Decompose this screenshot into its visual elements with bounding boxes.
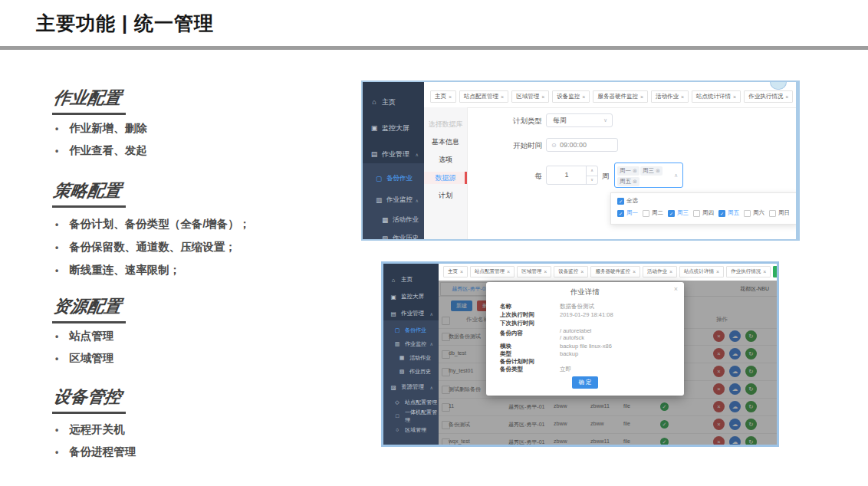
close-tab-icon[interactable]: × [507, 269, 510, 274]
chevron-up-icon: ∧ [416, 152, 419, 157]
field-value: / autofsck [560, 334, 584, 341]
weekday-option[interactable]: 周二 [643, 209, 668, 217]
sidebar-item-label: 作业历史 [409, 368, 431, 376]
field-label: 上次执行时间 [500, 311, 534, 319]
tab-active-jobs[interactable]: 活动作业× [651, 90, 689, 103]
checkbox-icon[interactable] [643, 210, 649, 217]
weekday-multiselect[interactable]: 周一⊗ 周三⊗ 周五⊗ ∧ [614, 163, 683, 188]
tab-region[interactable]: 区域管理× [511, 90, 549, 103]
sidebar-item-dashboard[interactable]: ▣监控大屏 [383, 290, 439, 304]
close-tab-icon[interactable]: × [449, 94, 452, 100]
page-title: 主要功能 | 统一管理 [36, 11, 214, 36]
close-tab-icon[interactable]: × [785, 94, 788, 100]
tab-site-stats[interactable]: 站点统计详情× [692, 90, 741, 103]
job-monitor-icon: ▥ [375, 196, 383, 204]
close-tab-icon[interactable]: × [763, 269, 766, 274]
checkbox-icon[interactable] [744, 210, 751, 217]
close-tab-icon[interactable]: × [640, 94, 643, 100]
sidebar-item-job-management[interactable]: ▤作业管理∧ [363, 146, 424, 162]
close-tab-icon[interactable]: × [541, 94, 544, 100]
close-tab-icon[interactable]: × [580, 269, 584, 274]
close-tab-icon[interactable]: × [460, 269, 463, 274]
stepper-down-icon[interactable]: ∨ [586, 176, 597, 184]
close-tab-icon[interactable]: × [681, 94, 684, 100]
remove-tag-icon[interactable]: ⊗ [633, 168, 637, 174]
bullet-dot: • [55, 219, 58, 230]
tab-job-exec[interactable]: 作业执行情况× [726, 266, 771, 277]
tab-backup-jobs[interactable]: 备份作业× [796, 90, 800, 103]
sidebar-item-active-jobs[interactable]: ▦活动作业 [383, 351, 439, 364]
checkbox-icon[interactable]: ✓ [718, 210, 725, 217]
close-tab-icon[interactable]: × [501, 94, 504, 100]
step-options[interactable]: 选项 [424, 153, 467, 166]
sidebar-item-appliance-config[interactable]: □一体机配置管理 [383, 409, 439, 422]
close-tab-icon[interactable]: × [633, 269, 636, 274]
tab-site-config[interactable]: 站点配置管理× [470, 266, 515, 277]
weekday-option[interactable]: ✓周三 [668, 209, 693, 217]
tab-site-config[interactable]: 站点配置管理× [459, 90, 508, 103]
sidebar-item-label: 监控大屏 [382, 123, 409, 133]
weekday-option[interactable]: 周日 [769, 209, 794, 217]
sidebar-item-job-management[interactable]: ▤作业管理∧ [383, 307, 439, 320]
tab-device-monitor[interactable]: 设备监控× [554, 266, 588, 277]
tab-home[interactable]: 主页× [443, 266, 468, 277]
remove-tag-icon[interactable]: ⊗ [633, 179, 637, 185]
modal-title: 作业详情 [486, 287, 684, 297]
tab-active-jobs[interactable]: 活动作业× [643, 266, 677, 277]
tab-backup-jobs-active[interactable]: ●备份作业× [773, 266, 779, 277]
ok-button[interactable]: 确 定 [572, 376, 598, 389]
sidebar-item-region-management[interactable]: ○区域管理 [383, 423, 439, 436]
sidebar-item-active-jobs[interactable]: ▦活动作业 [363, 212, 424, 228]
plan-type-select[interactable]: 每周 ∨ [546, 113, 613, 127]
weekday-option[interactable]: 周六 [744, 209, 769, 217]
checkbox-icon[interactable] [769, 210, 776, 217]
sidebar-item-job-monitor[interactable]: ▥作业监控∧ [383, 337, 439, 350]
tab-job-exec[interactable]: 作业执行情况× [744, 90, 793, 103]
sidebar-item-resource-management[interactable]: ▨资源管理∧ [383, 380, 439, 394]
weekday-dropdown-panel: ✓ 全选 ✓周一 周二 ✓周三 周四 ✓周五 周六 周日 [610, 192, 798, 225]
close-tab-icon[interactable]: × [544, 269, 547, 274]
tab-site-stats[interactable]: 站点统计详情× [679, 266, 724, 277]
weekday-option[interactable]: 周四 [693, 209, 718, 217]
checkbox-icon[interactable] [693, 210, 700, 217]
sidebar-item-home[interactable]: ⌂主页 [383, 273, 439, 287]
remove-tag-icon[interactable]: ⊗ [656, 168, 660, 174]
tab-server-hardware[interactable]: 服务器硬件监控× [590, 266, 640, 277]
tab-server-hardware[interactable]: 服务器硬件监控× [593, 90, 648, 103]
sidebar: ⌂主页 ▣监控大屏 ▤作业管理∧ ▢备份作业 ▥作业监控∧ ▦活动作业 ▧作业历… [383, 264, 439, 445]
close-tab-icon[interactable]: × [733, 94, 736, 100]
close-tab-icon[interactable]: × [716, 269, 719, 274]
field-value: 2019-01-29 18:41:08 [560, 311, 613, 318]
checkbox-icon[interactable]: ✓ [617, 198, 624, 205]
close-icon[interactable]: × [674, 285, 678, 293]
tab-home[interactable]: 主页× [430, 90, 456, 103]
sidebar-item-site-config[interactable]: ◇站点配置管理 [383, 396, 439, 409]
checkbox-icon[interactable]: ✓ [668, 210, 675, 217]
week-count-stepper[interactable]: 1 ∧ ∨ [546, 166, 598, 185]
sidebar-item-job-history[interactable]: ▧作业历史 [363, 231, 424, 241]
step-datasource[interactable]: 数据源 [424, 172, 467, 184]
tab-device-monitor[interactable]: 设备监控× [552, 90, 590, 103]
step-plan[interactable]: 计划 [424, 189, 467, 202]
checkbox-icon[interactable]: ✓ [617, 210, 624, 217]
sidebar-item-home[interactable]: ⌂主页 [363, 94, 424, 110]
sidebar-item-label: 资源管理 [401, 383, 424, 391]
close-tab-icon[interactable]: × [582, 94, 585, 100]
region-management-icon: ○ [393, 427, 401, 432]
sidebar-item-job-monitor[interactable]: ▥作业监控∧ [363, 192, 424, 208]
sidebar-item-label: 活动作业 [409, 354, 431, 362]
sidebar-item-dashboard[interactable]: ▣监控大屏 [363, 120, 424, 136]
sidebar-item-backup-jobs[interactable]: ▢备份作业 [383, 323, 439, 337]
field-value: backup file linux-x86 [560, 343, 612, 350]
close-tab-icon[interactable]: × [669, 269, 672, 274]
tab-region[interactable]: 区域管理× [517, 266, 551, 277]
select-all-option[interactable]: ✓ 全选 [617, 197, 638, 205]
sidebar-item-job-history[interactable]: ▧作业历史 [383, 365, 439, 378]
step-basic-info[interactable]: 基本信息 [424, 136, 467, 148]
select-all-label: 全选 [626, 197, 638, 205]
weekday-option[interactable]: ✓周五 [718, 209, 744, 217]
weekday-option[interactable]: ✓周一 [617, 209, 643, 217]
clock-icon: ⊙ [551, 142, 557, 149]
start-time-input[interactable]: ⊙ 09:00:00 [546, 138, 618, 152]
sidebar-item-backup-jobs[interactable]: ▢备份作业 [363, 171, 424, 186]
